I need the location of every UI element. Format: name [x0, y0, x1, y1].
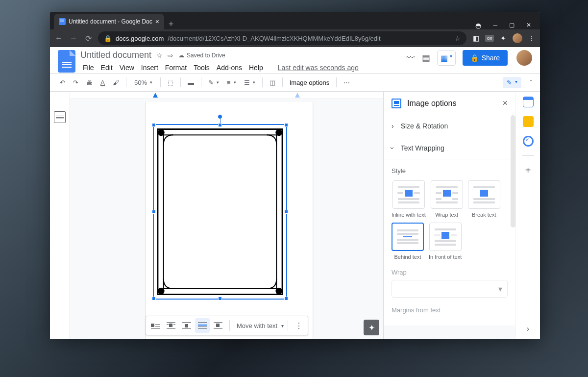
menu-edit[interactable]: Edit — [98, 62, 115, 73]
menu-insert[interactable]: Insert — [139, 62, 161, 73]
close-tab-icon[interactable]: × — [155, 18, 159, 25]
new-tab-button[interactable]: + — [164, 19, 178, 29]
line-style-icon[interactable]: ☰ — [242, 77, 257, 88]
rotate-handle[interactable] — [218, 114, 222, 119]
addons-plus-icon[interactable]: + — [525, 165, 531, 176]
browser-tab[interactable]: Untitled document - Google Doc × — [54, 14, 164, 29]
resize-handle-tm[interactable] — [218, 123, 222, 127]
panel-close-icon[interactable]: × — [502, 98, 508, 108]
move-with-text-dropdown[interactable]: Move with text — [234, 322, 280, 329]
wrap-select[interactable]: ▾ — [392, 280, 508, 298]
reload-icon[interactable]: ⟳ — [83, 34, 93, 43]
doc-header: Untitled document ☆ ⇨ ☁Saved to Drive Fi… — [50, 47, 540, 73]
resize-handle-mr[interactable] — [284, 210, 288, 214]
document-canvas[interactable]: Move with text ▾ ⋮ ✦ — [70, 92, 383, 339]
docs-logo[interactable] — [58, 50, 75, 73]
style-front[interactable] — [429, 223, 462, 251]
url-field[interactable]: 🔒 docs.google.com/document/d/12XCsAzhXi-… — [98, 31, 466, 45]
back-icon[interactable]: ← — [54, 34, 64, 43]
style-label: Style — [392, 167, 508, 175]
comments-icon[interactable]: ▤ — [422, 52, 430, 63]
format-paint-icon[interactable]: 🖌 — [111, 77, 121, 88]
chevron-down-icon: › — [389, 147, 396, 150]
svg-point-5 — [275, 288, 282, 295]
section-size-rotation: › Size & Rotation — [384, 115, 515, 137]
image-floating-toolbar: Move with text ▾ ⋮ — [146, 316, 308, 335]
print-icon[interactable]: 🖶 — [84, 77, 95, 88]
collapse-header-icon[interactable]: ˆ — [530, 79, 532, 86]
collapse-rail-icon[interactable]: › — [527, 325, 529, 333]
menu-view[interactable]: View — [117, 62, 137, 73]
panel-scrollbar[interactable] — [511, 115, 515, 227]
maximize-icon[interactable]: ▢ — [509, 22, 514, 29]
calendar-icon[interactable] — [523, 97, 534, 107]
style-inline[interactable] — [392, 180, 425, 209]
share-button[interactable]: 🔒Share — [463, 50, 508, 66]
svg-point-4 — [158, 288, 165, 295]
border-color-icon[interactable]: ▬ — [186, 77, 196, 88]
wrap-around-icon[interactable] — [164, 318, 178, 333]
style-behind[interactable] — [392, 223, 424, 251]
window-controls: ◓ ─ ▢ ✕ — [466, 22, 540, 29]
ext-icon-2[interactable]: Off — [485, 35, 494, 42]
move-doc-icon[interactable]: ⇨ — [168, 51, 173, 59]
float-more-icon[interactable]: ⋮ — [292, 321, 306, 330]
last-edit-link[interactable]: Last edit was seconds ago — [275, 62, 361, 73]
browser-menu-icon[interactable]: ⋮ — [527, 34, 536, 43]
resize-handle-bl[interactable] — [152, 297, 156, 301]
spellcheck-icon[interactable]: A̲ — [98, 77, 107, 88]
replace-image-icon[interactable]: ⬚ — [166, 77, 175, 88]
close-window-icon[interactable]: ✕ — [526, 22, 531, 29]
resize-handle-ml[interactable] — [152, 210, 156, 214]
zoom-dropdown[interactable]: 50% — [131, 77, 155, 88]
tasks-icon[interactable] — [523, 136, 534, 147]
extensions-icon[interactable]: ✦ — [499, 34, 508, 43]
border-dash-icon[interactable]: ≡ — [225, 77, 238, 88]
present-dropdown[interactable]: ▦▾ — [437, 50, 456, 66]
resize-handle-tr[interactable] — [284, 123, 288, 127]
star-doc-icon[interactable]: ☆ — [156, 51, 163, 59]
indent-marker-left[interactable] — [153, 93, 158, 98]
activity-icon[interactable]: 〰 — [406, 53, 415, 63]
resize-handle-bm[interactable] — [218, 297, 222, 301]
resize-handle-br[interactable] — [284, 297, 288, 301]
menu-file[interactable]: File — [80, 62, 97, 73]
wrap-front-icon[interactable] — [211, 318, 225, 333]
style-wrap[interactable] — [431, 180, 463, 209]
section-header-wrap[interactable]: › Text Wrapping — [384, 137, 515, 159]
star-icon[interactable]: ☆ — [455, 35, 461, 42]
wrap-behind-icon[interactable] — [195, 318, 210, 333]
browser-avatar[interactable] — [513, 33, 522, 43]
ruler[interactable] — [70, 92, 383, 99]
left-rail — [50, 92, 70, 339]
undo-icon[interactable]: ↶ — [58, 77, 67, 88]
redo-icon[interactable]: ↷ — [71, 77, 80, 88]
image-options-panel: Image options × › Size & Rotation › Text… — [383, 92, 515, 339]
forward-icon[interactable]: → — [69, 34, 78, 43]
menu-addons[interactable]: Add-ons — [214, 62, 245, 73]
outline-icon[interactable] — [54, 111, 66, 123]
section-header-size[interactable]: › Size & Rotation — [384, 115, 515, 137]
wrap-break-icon[interactable] — [179, 318, 194, 333]
border-weight-icon[interactable]: ✎ — [206, 77, 221, 88]
menu-format[interactable]: Format — [163, 62, 189, 73]
image-options-button[interactable]: Image options — [288, 77, 332, 88]
browser-window: Untitled document - Google Doc × + ◓ ─ ▢… — [50, 12, 540, 339]
crop-icon[interactable]: ◫ — [268, 77, 277, 88]
edit-mode-badge[interactable]: ✎▾ — [503, 77, 521, 88]
doc-title[interactable]: Untitled document — [80, 50, 151, 60]
minimize-icon[interactable]: ─ — [493, 22, 497, 29]
keep-icon[interactable] — [523, 116, 534, 127]
style-break[interactable] — [468, 180, 500, 209]
more-icon[interactable]: ⋯ — [342, 77, 352, 88]
wrap-inline-icon[interactable] — [148, 318, 163, 333]
resize-handle-tl[interactable] — [152, 123, 156, 127]
border-frame-image — [154, 125, 286, 299]
ext-icon-1[interactable]: ◧ — [471, 34, 480, 43]
account-avatar[interactable] — [516, 50, 532, 66]
explore-button[interactable]: ✦ — [364, 320, 379, 335]
selected-image[interactable] — [153, 124, 287, 300]
menu-tools[interactable]: Tools — [191, 62, 212, 73]
indent-marker-right[interactable] — [295, 93, 300, 98]
menu-help[interactable]: Help — [246, 62, 266, 73]
